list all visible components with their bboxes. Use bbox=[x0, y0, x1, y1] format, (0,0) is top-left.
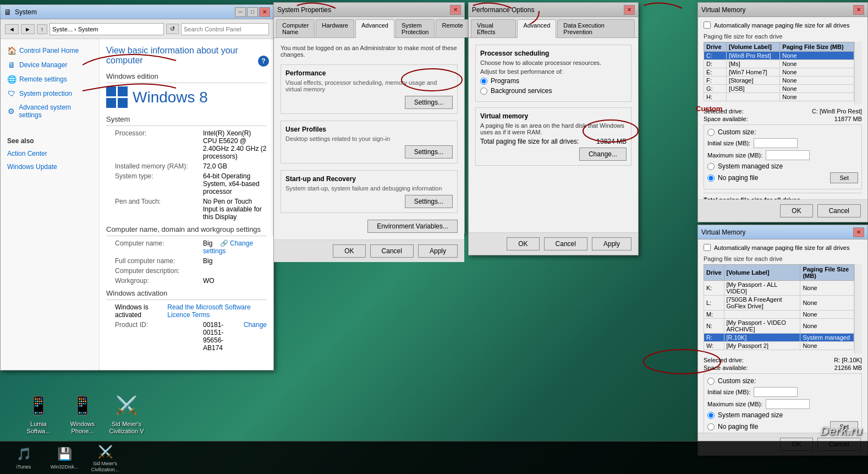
drive-cell: G: bbox=[704, 85, 727, 93]
sysprop-ok-button[interactable]: OK bbox=[333, 244, 365, 258]
drive-row[interactable]: H:None bbox=[704, 93, 854, 101]
pen-label: Pen and Touch: bbox=[115, 198, 203, 221]
drive-row[interactable]: G:[USB]None bbox=[704, 85, 854, 93]
taskbar-item-win32disk[interactable]: 💾 Win32Disk... bbox=[45, 443, 84, 473]
initial-size-input[interactable] bbox=[754, 138, 798, 148]
system-type-label: System type: bbox=[115, 172, 203, 195]
taskbar-item-civilization[interactable]: ⚔️ Sid Meier's Civilization... bbox=[86, 443, 124, 473]
no-paging-radio[interactable] bbox=[707, 175, 715, 182]
sidebar-item-advanced-settings[interactable]: ⚙ Advanced system settings bbox=[1, 101, 99, 122]
sidebar-control-panel-home[interactable]: 🏠 Control Panel Home bbox=[1, 43, 99, 58]
env-vars-button[interactable]: Environment Variables... bbox=[367, 220, 458, 233]
perf-apply-button[interactable]: Apply bbox=[592, 237, 631, 250]
vmem1-cancel-button[interactable]: Cancel bbox=[817, 204, 861, 217]
maximum-size-input-2[interactable] bbox=[766, 399, 810, 409]
vmem2-close-button[interactable]: ✕ bbox=[853, 227, 864, 237]
system-managed-radio-2[interactable] bbox=[707, 412, 715, 419]
auto-manage-label: Automatically manage paging file size fo… bbox=[714, 22, 849, 29]
desktop-icon-windows-phone[interactable]: 📱 Windows Phone... bbox=[61, 389, 105, 438]
forward-button[interactable]: ► bbox=[21, 24, 35, 34]
see-also-heading: See also bbox=[1, 133, 99, 147]
maximum-size-input[interactable] bbox=[766, 150, 810, 160]
sysprop-apply-button[interactable]: Apply bbox=[418, 244, 458, 258]
custom-size-radio[interactable] bbox=[707, 129, 715, 136]
vmem1-title: Virtual Memory bbox=[701, 6, 853, 14]
sidebar-item-windows-update[interactable]: Windows Update bbox=[1, 160, 99, 173]
licence-link[interactable]: Read the Microsoft Software Licence Term… bbox=[167, 303, 267, 319]
close-button[interactable]: ✕ bbox=[259, 7, 270, 17]
drive-row[interactable]: C:[Win8 Pro Rest]None bbox=[704, 52, 854, 60]
help-button[interactable]: ? bbox=[258, 56, 269, 67]
background-radio[interactable] bbox=[480, 88, 487, 95]
perf-ok-button[interactable]: OK bbox=[507, 237, 539, 250]
drive-cell: R: bbox=[704, 334, 724, 342]
tab-dep[interactable]: Data Execution Prevention bbox=[557, 19, 635, 37]
perf-close-button[interactable]: ✕ bbox=[624, 5, 635, 15]
drive-row[interactable]: K:[My Passport - ALL VIDEO]None bbox=[704, 281, 854, 296]
custom-size-radio-2[interactable] bbox=[707, 378, 715, 385]
set-button-1[interactable]: Set bbox=[830, 172, 858, 183]
sidebar-item-device-manager[interactable]: 🖥 Device Manager bbox=[1, 58, 99, 72]
drive-cell: D: bbox=[704, 60, 727, 68]
drive-table-container-2: Drive [Volume Label] Paging File Size (M… bbox=[704, 264, 854, 353]
vmem1-ok-button[interactable]: OK bbox=[780, 204, 812, 217]
startup-settings-button[interactable]: Settings... bbox=[405, 195, 453, 208]
performance-title: Performance bbox=[285, 69, 453, 77]
tab-hardware[interactable]: Hardware bbox=[316, 19, 354, 37]
drive-table-scrollbar[interactable] bbox=[854, 42, 862, 105]
desktop-icon-lumia[interactable]: 📱 Lumia Softwa... bbox=[17, 389, 61, 438]
sysprop-titlebar: System Properties ✕ bbox=[274, 3, 464, 17]
total-paging-label: Total paging file size for all drives: bbox=[480, 138, 579, 145]
auto-manage-checkbox[interactable] bbox=[704, 21, 711, 29]
address-bar[interactable] bbox=[50, 23, 164, 35]
search-input[interactable] bbox=[181, 23, 269, 35]
tab-visual-effects[interactable]: Visual Effects bbox=[471, 19, 516, 37]
minimize-button[interactable]: ─ bbox=[235, 7, 246, 17]
tab-system-protection[interactable]: System Protection bbox=[395, 19, 435, 37]
user-profiles-settings-button[interactable]: Settings... bbox=[405, 145, 453, 159]
sysprop-close-button[interactable]: ✕ bbox=[450, 5, 461, 15]
maximize-button[interactable]: □ bbox=[247, 7, 258, 17]
perf-cancel-button[interactable]: Cancel bbox=[544, 237, 587, 250]
change-button[interactable]: Change... bbox=[579, 148, 627, 161]
drive-table-scrollbar-2[interactable] bbox=[854, 264, 862, 353]
drive-row[interactable]: R:[R.10K]System managed bbox=[704, 334, 854, 342]
drive-row[interactable]: E:[Win7 Home7]None bbox=[704, 68, 854, 77]
tab-advanced[interactable]: Advanced bbox=[355, 19, 394, 38]
drive-row[interactable]: L:[750GB A FreeAgent GoFlex Drive]None bbox=[704, 296, 854, 310]
tab-advanced-perf[interactable]: Advanced bbox=[517, 19, 556, 38]
product-id-label: Product ID: bbox=[115, 321, 203, 352]
vmem1-close-button[interactable]: ✕ bbox=[853, 5, 864, 15]
refresh-button[interactable]: ↺ bbox=[166, 24, 179, 34]
computer-name-row: Computer name: Big 🔗 Change settings bbox=[115, 239, 267, 255]
up-button[interactable]: ↑ bbox=[37, 24, 48, 34]
auto-manage-checkbox-2[interactable] bbox=[704, 244, 711, 251]
initial-size-input-2[interactable] bbox=[754, 387, 798, 397]
sidebar-item-system-protection[interactable]: 🛡 System protection bbox=[1, 86, 99, 101]
back-button[interactable]: ◄ bbox=[5, 24, 19, 34]
sidebar-item-remote-settings[interactable]: 🌐 Remote settings bbox=[1, 72, 99, 86]
no-paging-radio-2[interactable] bbox=[707, 423, 715, 431]
drive-row[interactable]: N:[My Passport - VIDEO ARCHIVE]None bbox=[704, 319, 854, 334]
col-drive-2: Drive bbox=[704, 265, 724, 281]
label-cell: [My Passport - ALL VIDEO] bbox=[724, 281, 800, 296]
sysprop-cancel-button[interactable]: Cancel bbox=[370, 244, 414, 258]
system-managed-radio[interactable] bbox=[707, 163, 715, 170]
change-link[interactable]: Change bbox=[244, 321, 267, 352]
sysprop-controls: ✕ bbox=[450, 5, 461, 15]
size-cell: None bbox=[780, 60, 854, 68]
sidebar-item-action-center[interactable]: Action Center bbox=[1, 147, 99, 160]
desktop-icon-civilization-v[interactable]: ⚔️ Sid Meier's Civilization V bbox=[105, 389, 149, 438]
auto-manage-row: Automatically manage paging file size fo… bbox=[704, 21, 862, 29]
taskbar-item-itunes[interactable]: 🎵 iTunes bbox=[4, 443, 43, 473]
space-available-label-2: Space available: bbox=[704, 364, 748, 371]
vmem1-controls: ✕ bbox=[853, 5, 864, 15]
tab-remote[interactable]: Remote bbox=[436, 19, 469, 37]
drive-row[interactable]: D:[Ms]None bbox=[704, 60, 854, 68]
performance-settings-button[interactable]: Settings... bbox=[405, 96, 453, 109]
drive-row[interactable]: M:None bbox=[704, 310, 854, 319]
programs-radio[interactable] bbox=[480, 78, 487, 85]
drive-row[interactable]: W:[My Passport 2]None bbox=[704, 342, 854, 350]
drive-row[interactable]: F:[Storage]None bbox=[704, 77, 854, 85]
tab-computer-name[interactable]: Computer Name bbox=[276, 19, 315, 37]
